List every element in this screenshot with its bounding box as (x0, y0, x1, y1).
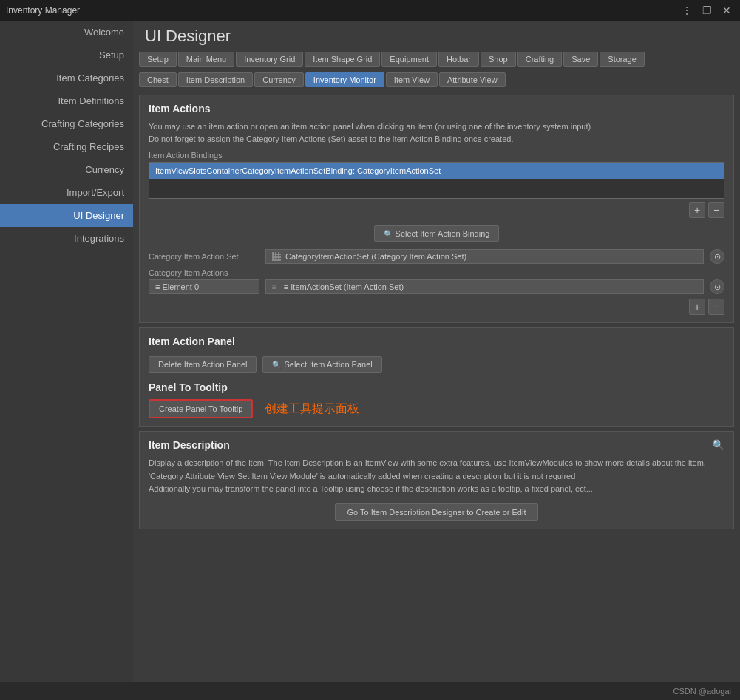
category-action-set-label: Category Item Action Set (149, 252, 259, 261)
title-bar-controls: ⋮ ❐ ✕ (679, 4, 734, 16)
item-desc-header: Item Description 🔍 (149, 439, 724, 451)
sidebar-item-item-definitions[interactable]: Item Definitions (0, 89, 133, 112)
item-actions-section: Item Actions You may use an item action … (139, 95, 734, 323)
list-icon2: ≡ (272, 283, 276, 291)
title-bar: Inventory Manager ⋮ ❐ ✕ (0, 0, 740, 21)
category-action-set-value: CategoryItemActionSet (Category Item Act… (265, 249, 704, 264)
binding-row-item[interactable]: ItemViewSlotsContainerCategoryItemAction… (149, 163, 724, 179)
goto-item-description-btn[interactable]: Go To Item Description Designer to Creat… (335, 503, 539, 521)
category-action-set-row: Category Item Action Set CategoryItemAct… (149, 249, 724, 264)
tab-equipment[interactable]: Equipment (381, 52, 437, 67)
select-binding-btn[interactable]: 🔍 Select Item Action Binding (374, 225, 500, 242)
tooltip-section: Panel To Tooltip Create Panel To Tooltip… (149, 381, 724, 418)
bottom-bar-text: CSDN @adogai (673, 687, 731, 696)
grid-icon (272, 252, 281, 261)
item-actions-description: You may use an item action or open an it… (149, 120, 724, 145)
element-row: ≡ Element 0 ≡ ≡ ItemActionSet (Item Acti… (149, 279, 724, 294)
category-actions-controls: + − (149, 299, 724, 315)
category-actions-label: Category Item Actions (149, 268, 724, 277)
main-layout: Welcome Setup Item Categories Item Defin… (0, 21, 740, 682)
tab-inventory-grid[interactable]: Inventory Grid (236, 52, 303, 67)
sidebar-item-ui-designer[interactable]: UI Designer (0, 204, 133, 227)
main-window: Inventory Manager ⋮ ❐ ✕ Welcome Setup It… (0, 0, 740, 700)
tab-crafting[interactable]: Crafting (517, 52, 563, 67)
tab-item-view[interactable]: Item View (386, 72, 438, 87)
category-action-set-circle-btn[interactable]: ⊙ (710, 249, 724, 264)
item-actions-title: Item Actions (149, 103, 724, 115)
item-desc-search-icon[interactable]: 🔍 (712, 439, 724, 451)
search-icon: 🔍 (384, 230, 393, 238)
tab-setup[interactable]: Setup (139, 52, 177, 67)
tab-save[interactable]: Save (563, 52, 598, 67)
tab-inventory-monitor[interactable]: Inventory Monitor (305, 72, 384, 87)
sidebar-item-welcome[interactable]: Welcome (0, 21, 133, 44)
list-icon: ≡ (155, 282, 160, 291)
sidebar-item-crafting-recipes[interactable]: Crafting Recipes (0, 135, 133, 158)
sidebar-item-import-export[interactable]: Import/Export (0, 181, 133, 204)
tab-item-description[interactable]: Item Description (178, 72, 253, 87)
tab-storage[interactable]: Storage (600, 52, 645, 67)
binding-list-label: Item Action Bindings (149, 151, 724, 160)
tab-currency[interactable]: Currency (254, 72, 304, 87)
sidebar-item-integrations[interactable]: Integrations (0, 227, 133, 250)
tab-chest[interactable]: Chest (139, 72, 177, 87)
designer-title: UI Designer (133, 21, 740, 49)
window-title: Inventory Manager (6, 5, 80, 16)
sidebar-item-currency[interactable]: Currency (0, 158, 133, 181)
tab-item-shape-grid[interactable]: Item Shape Grid (305, 52, 380, 67)
tooltip-title: Panel To Tooltip (149, 381, 724, 393)
item-desc-title: Item Description (149, 439, 230, 451)
item-action-panel-section: Item Action Panel Delete Item Action Pan… (139, 327, 734, 427)
close-icon[interactable]: ✕ (719, 4, 734, 16)
sidebar-item-crafting-categories[interactable]: Crafting Categories (0, 112, 133, 135)
sidebar: Welcome Setup Item Categories Item Defin… (0, 21, 133, 682)
main-scroll: Item Actions You may use an item action … (133, 90, 740, 682)
tab-shop[interactable]: Shop (481, 52, 516, 67)
sidebar-item-setup[interactable]: Setup (0, 44, 133, 67)
content-area: UI Designer Setup Main Menu Inventory Gr… (133, 21, 740, 682)
chinese-text: 创建工具提示面板 (265, 401, 359, 417)
add-binding-btn[interactable]: + (689, 202, 705, 218)
item-action-set-value: ≡ ≡ ItemActionSet (Item Action Set) (265, 279, 704, 294)
item-action-panel-title: Item Action Panel (149, 336, 724, 347)
item-desc-text: Display a description of the item. The I… (149, 457, 724, 496)
tab-bar-row2: Chest Item Description Currency Inventor… (133, 69, 740, 90)
remove-binding-btn[interactable]: − (708, 202, 724, 218)
item-description-section: Item Description 🔍 Display a description… (139, 431, 734, 529)
remove-action-btn[interactable]: − (708, 299, 724, 315)
tab-attribute-view[interactable]: Attribute View (439, 72, 506, 87)
binding-controls: + − (149, 202, 724, 218)
tab-bar-row1: Setup Main Menu Inventory Grid Item Shap… (133, 49, 740, 69)
element-label: Element 0 (162, 282, 199, 291)
item-action-set-circle-btn[interactable]: ⊙ (710, 279, 724, 294)
add-action-btn[interactable]: + (689, 299, 705, 315)
search-icon2: 🔍 (272, 361, 281, 369)
restore-icon[interactable]: ❐ (699, 4, 715, 16)
panel-buttons: Delete Item Action Panel 🔍 Select Item A… (149, 353, 724, 376)
more-icon[interactable]: ⋮ (679, 4, 695, 16)
binding-list: ItemViewSlotsContainerCategoryItemAction… (149, 162, 724, 199)
tab-hotbar[interactable]: Hotbar (438, 52, 479, 67)
delete-action-panel-btn[interactable]: Delete Item Action Panel (149, 356, 257, 373)
create-tooltip-btn[interactable]: Create Panel To Tooltip (149, 399, 253, 418)
sidebar-item-item-categories[interactable]: Item Categories (0, 67, 133, 89)
tab-main-menu[interactable]: Main Menu (178, 52, 234, 67)
select-action-panel-btn[interactable]: 🔍 Select Item Action Panel (262, 356, 381, 373)
bottom-bar: CSDN @adogai (0, 682, 740, 700)
